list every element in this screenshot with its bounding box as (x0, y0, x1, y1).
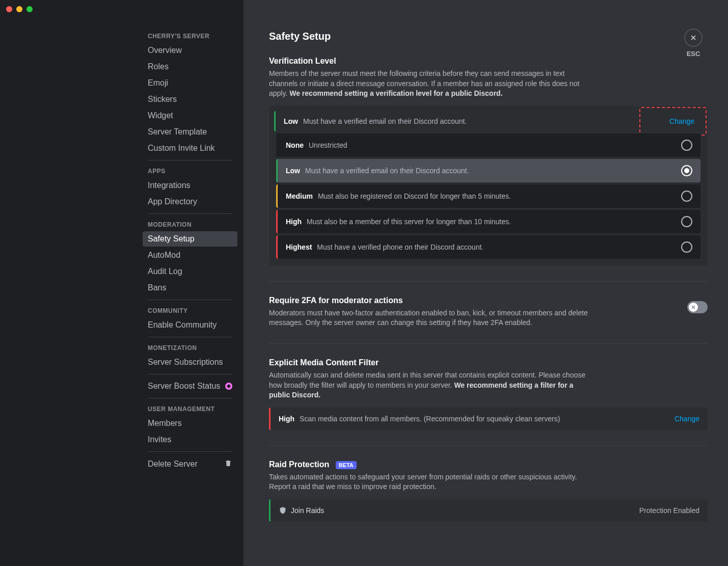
sidebar-header-community: COMMUNITY (143, 304, 237, 317)
sidebar-divider (148, 374, 232, 374)
level-desc: Must also be registered on Discord for l… (318, 192, 681, 200)
verification-option-highest[interactable]: HighestMust have a verified phone on the… (276, 235, 700, 259)
window-controls (6, 6, 33, 12)
level-desc: Must also be a member of this server for… (307, 218, 681, 226)
twofa-section: Require 2FA for moderator actions Modera… (269, 296, 708, 328)
explicit-title: Explicit Media Content Filter (269, 358, 708, 367)
section-divider (269, 343, 708, 344)
verification-option-medium[interactable]: MediumMust also be registered on Discord… (276, 184, 700, 208)
twofa-title: Require 2FA for moderator actions (269, 296, 677, 305)
boost-icon (225, 383, 232, 390)
radio-button[interactable] (681, 140, 692, 151)
sidebar-item-delete-server[interactable]: Delete Server (143, 456, 237, 472)
esc-label: ESC (684, 50, 703, 58)
sidebar-item-members[interactable]: Members (143, 416, 237, 431)
sidebar-item-label: Delete Server (148, 460, 198, 469)
settings-content: ESC Safety Setup Verification Level Memb… (244, 0, 728, 566)
maximize-window-button[interactable] (26, 6, 33, 12)
beta-badge: BETA (336, 461, 357, 469)
level-name: Low (286, 167, 300, 175)
level-name: High (286, 218, 302, 226)
page-title: Safety Setup (269, 31, 708, 42)
close-window-button[interactable] (6, 6, 12, 12)
sidebar-divider (148, 213, 232, 214)
level-desc: Unrestricted (309, 141, 681, 149)
verification-current-row: Low Must have a verified email on their … (274, 111, 703, 131)
level-name: High (279, 415, 294, 423)
sidebar-item-stickers[interactable]: Stickers (143, 92, 237, 107)
raid-status-text: Protection Enabled (639, 506, 699, 515)
sidebar-item-emoji[interactable]: Emoji (143, 75, 237, 91)
section-divider (269, 445, 708, 446)
sidebar-header-moderation: MODERATION (143, 218, 237, 231)
sidebar-header-server: CHERRY'S SERVER (143, 30, 237, 43)
sidebar-item-server-subscriptions[interactable]: Server Subscriptions (143, 355, 237, 370)
raid-title: Raid Protection BETA (269, 460, 708, 469)
change-explicit-link[interactable]: Change (675, 415, 699, 423)
twofa-desc: Moderators must have two-factor authenti… (269, 308, 595, 328)
level-desc: Scan media content from all members. (Re… (300, 415, 675, 423)
sidebar-item-audit-log[interactable]: Audit Log (143, 264, 237, 279)
level-desc: Must have a verified phone on their Disc… (317, 243, 681, 251)
radio-button[interactable] (681, 191, 692, 202)
twofa-toggle[interactable] (687, 301, 708, 313)
sidebar-header-monetization: MONETIZATION (143, 341, 237, 355)
sidebar-divider (148, 451, 232, 452)
sidebar-item-widget[interactable]: Widget (143, 108, 237, 123)
sidebar-divider (148, 300, 232, 300)
change-verification-link[interactable]: Change (669, 117, 694, 125)
sidebar-item-label: Server Boost Status (148, 382, 220, 391)
explicit-filter-row: High Scan media content from all members… (269, 408, 708, 430)
verification-option-low[interactable]: LowMust have a verified email on their D… (276, 159, 700, 182)
level-desc: Must have a verified email on their Disc… (303, 117, 669, 125)
verification-option-none[interactable]: NoneUnrestricted (276, 133, 700, 157)
sidebar-item-enable-community[interactable]: Enable Community (143, 317, 237, 333)
level-name: Highest (286, 243, 312, 251)
verification-desc: Members of the server must meet the foll… (269, 69, 595, 99)
raid-protection-row[interactable]: Join Raids Protection Enabled (269, 499, 708, 522)
verification-panel: Low Must have a verified email on their … (269, 106, 708, 266)
radio-button[interactable] (681, 165, 692, 176)
level-name: Low (284, 117, 298, 125)
sidebar-divider (148, 160, 232, 160)
level-desc: Must have a verified email on their Disc… (305, 167, 681, 175)
raid-desc: Takes automated actions to safeguard you… (269, 472, 595, 492)
verification-title: Verification Level (269, 57, 708, 66)
radio-button[interactable] (681, 241, 692, 253)
toggle-knob (689, 303, 698, 312)
sidebar-item-app-directory[interactable]: App Directory (143, 194, 237, 209)
sidebar-item-bans[interactable]: Bans (143, 280, 237, 295)
raid-row-label: Join Raids (291, 506, 324, 515)
sidebar-item-server-boost-status[interactable]: Server Boost Status (143, 379, 237, 394)
verification-option-high[interactable]: HighMust also be a member of this server… (276, 210, 700, 233)
sidebar-divider (148, 337, 232, 337)
section-divider (269, 281, 708, 282)
sidebar-item-automod[interactable]: AutoMod (143, 248, 237, 263)
sidebar-item-integrations[interactable]: Integrations (143, 178, 237, 193)
level-name: None (286, 141, 304, 149)
sidebar-item-custom-invite-link[interactable]: Custom Invite Link (143, 141, 237, 156)
sidebar-item-safety-setup[interactable]: Safety Setup (143, 231, 237, 247)
minimize-window-button[interactable] (16, 6, 22, 12)
settings-sidebar: CHERRY'S SERVER Overview Roles Emoji Sti… (0, 0, 244, 566)
sidebar-divider (148, 398, 232, 398)
trash-icon (224, 459, 232, 469)
level-name: Medium (286, 192, 313, 200)
explicit-desc: Automatically scan and delete media sent… (269, 370, 595, 400)
sidebar-header-apps: APPS (143, 165, 237, 178)
close-button[interactable] (684, 29, 703, 47)
sidebar-item-server-template[interactable]: Server Template (143, 124, 237, 140)
sidebar-item-overview[interactable]: Overview (143, 43, 237, 58)
shield-icon (279, 506, 287, 515)
sidebar-item-roles[interactable]: Roles (143, 59, 237, 74)
verification-options: NoneUnrestrictedLowMust have a verified … (274, 133, 703, 259)
radio-button[interactable] (681, 216, 692, 227)
close-wrapper: ESC (684, 29, 703, 58)
sidebar-item-invites[interactable]: Invites (143, 432, 237, 447)
sidebar-header-user-management: USER MANAGEMENT (143, 402, 237, 416)
